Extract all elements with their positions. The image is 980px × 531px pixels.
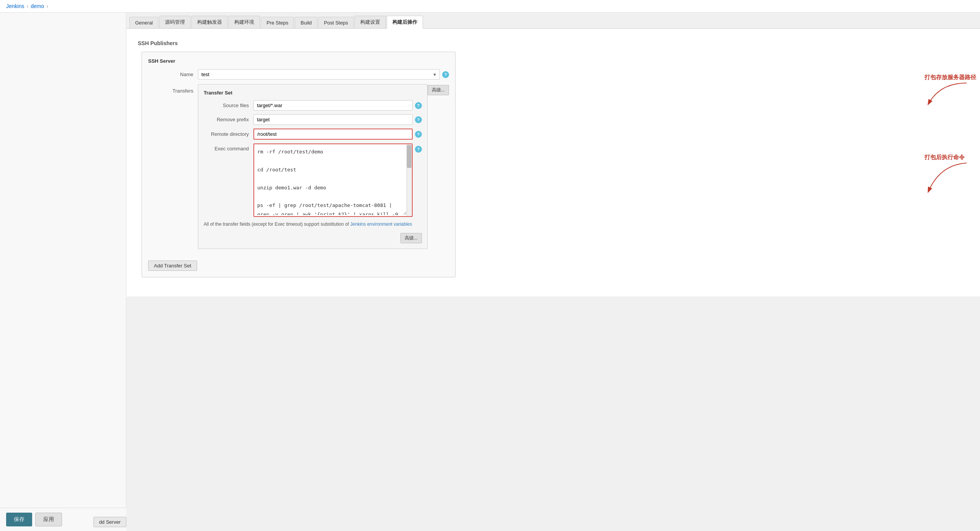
bottom-actions: 保存 应用 dd Server — [0, 508, 126, 531]
transfers-label: Transfers — [148, 84, 198, 94]
advanced-btn-1[interactable]: 高级... — [428, 85, 449, 95]
apply-button[interactable]: 应用 — [35, 513, 62, 526]
content-area: General 源码管理 构建触发器 构建环境 Pre Steps Build … — [126, 13, 980, 531]
page-container: Jenkins › demo › General 源码管理 构建触发器 构建环境… — [0, 0, 980, 531]
tab-settings[interactable]: 构建设置 — [354, 16, 386, 28]
tab-content: SSH Publishers SSH Server Name test ▼ ? — [126, 29, 980, 296]
jenkins-env-vars-link[interactable]: Jenkins environment variables — [350, 222, 412, 227]
demo-link[interactable]: demo — [31, 3, 44, 9]
tab-general[interactable]: General — [129, 17, 158, 28]
exec-textarea-wrapper: rm -rf /root/test/demo cd /root/test unz… — [253, 143, 413, 217]
tab-source[interactable]: 源码管理 — [159, 16, 191, 28]
source-files-label: Source files — [204, 103, 253, 108]
transfer-set-box: Transfer Set Source files ? Remove prefi… — [198, 84, 428, 249]
tab-build[interactable]: Build — [295, 17, 317, 28]
exec-command-textarea[interactable]: rm -rf /root/test/demo cd /root/test unz… — [254, 144, 407, 215]
ssh-server-title: SSH Server — [148, 58, 449, 64]
add-transfer-set-btn[interactable]: Add Transfer Set — [148, 261, 197, 271]
remove-prefix-row: Remove prefix ? — [204, 114, 422, 125]
main-content-wrapper: General 源码管理 构建触发器 构建环境 Pre Steps Build … — [0, 13, 980, 531]
jenkins-link[interactable]: Jenkins — [6, 3, 24, 9]
name-select[interactable]: test — [198, 69, 440, 80]
add-server-button[interactable]: dd Server — [93, 517, 126, 527]
tab-bar: General 源码管理 构建触发器 构建环境 Pre Steps Build … — [126, 13, 980, 29]
breadcrumb-sep1: › — [26, 3, 28, 9]
source-files-help-icon[interactable]: ? — [415, 102, 422, 109]
remote-directory-row: Remote directory ? — [204, 129, 422, 140]
transfers-section: Transfers Transfer Set Source files ? — [148, 84, 428, 249]
name-help-icon[interactable]: ? — [442, 71, 449, 78]
name-label: Name — [148, 72, 198, 77]
remove-prefix-help-icon[interactable]: ? — [415, 116, 422, 123]
tab-poststeps[interactable]: Post Steps — [318, 17, 354, 28]
tab-presteps[interactable]: Pre Steps — [261, 17, 294, 28]
exec-command-label: Exec command — [204, 143, 253, 151]
breadcrumb-sep2: › — [46, 3, 48, 9]
remote-directory-help-icon[interactable]: ? — [415, 131, 422, 138]
remote-directory-input[interactable] — [253, 129, 413, 140]
tab-triggers[interactable]: 构建触发器 — [191, 16, 228, 28]
remote-directory-label: Remote directory — [204, 131, 253, 137]
ssh-publishers-label: SSH Publishers — [134, 36, 972, 46]
exec-command-row: Exec command rm -rf /root/test/demo cd /… — [204, 143, 422, 217]
tab-env[interactable]: 构建环境 — [229, 16, 260, 28]
scrollbar[interactable] — [407, 144, 412, 216]
source-files-row: Source files ? — [204, 100, 422, 111]
name-row: Name test ▼ ? — [148, 69, 449, 80]
name-select-wrapper: test ▼ — [198, 69, 440, 80]
tab-postbuild[interactable]: 构建后操作 — [387, 16, 423, 29]
advanced-btn-2[interactable]: 高级... — [400, 233, 422, 243]
source-files-input[interactable] — [253, 100, 413, 111]
remove-prefix-input[interactable] — [253, 114, 413, 125]
ssh-server-box: SSH Server Name test ▼ ? 高级... — [142, 52, 456, 277]
scrollbar-thumb — [407, 145, 412, 168]
transfer-footer-text: All of the transfer fields (except for E… — [204, 221, 422, 228]
transfer-set-title: Transfer Set — [204, 90, 422, 96]
left-sidebar — [0, 13, 126, 531]
exec-command-help-icon[interactable]: ? — [415, 146, 422, 153]
top-bar: Jenkins › demo › — [0, 0, 980, 13]
save-button[interactable]: 保存 — [6, 513, 32, 526]
remove-prefix-label: Remove prefix — [204, 117, 253, 122]
footer-text-before: All of the transfer fields (except for E… — [204, 222, 350, 227]
exec-command-box: rm -rf /root/test/demo cd /root/test unz… — [253, 143, 413, 217]
